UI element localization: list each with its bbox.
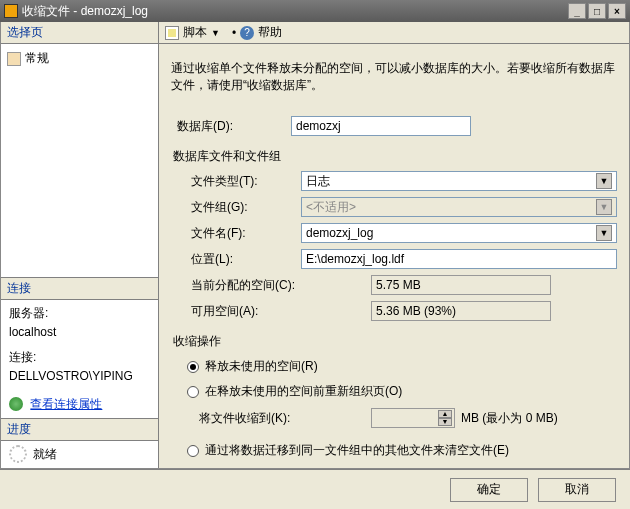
location-label: 位置(L): xyxy=(171,251,301,268)
help-button[interactable]: 帮助 xyxy=(258,24,282,41)
current-space-label: 当前分配的空间(C): xyxy=(171,277,301,294)
connection-icon xyxy=(9,397,23,411)
description-text: 通过收缩单个文件释放未分配的空间，可以减小数据库的大小。若要收缩所有数据库文件，… xyxy=(171,60,617,94)
footer: 确定 取消 xyxy=(0,469,630,509)
connection-header: 连接 xyxy=(1,277,158,300)
cancel-button[interactable]: 取消 xyxy=(538,478,616,502)
filename-label: 文件名(F): xyxy=(171,225,301,242)
location-value: E:\demozxj_log.ldf xyxy=(301,249,617,269)
radio-reorganize-label: 在释放未使用的空间前重新组织页(O) xyxy=(205,383,402,400)
filename-select[interactable]: demozxj_log ▼ xyxy=(301,223,617,243)
script-icon xyxy=(165,26,179,40)
server-label: 服务器: xyxy=(9,304,150,323)
dropdown-icon: ▼ xyxy=(596,173,612,189)
sidebar-item-general[interactable]: 常规 xyxy=(7,48,152,69)
radio-reorganize[interactable] xyxy=(187,386,199,398)
window-title: 收缩文件 - demozxj_log xyxy=(22,3,568,20)
maximize-button[interactable]: □ xyxy=(588,3,606,19)
filegroup-label: 文件组(G): xyxy=(171,199,301,216)
left-panel: 选择页 常规 连接 服务器: localhost 连接: DELLVOSTRO\… xyxy=(1,22,159,468)
minimize-button[interactable]: _ xyxy=(568,3,586,19)
view-connection-props[interactable]: 查看连接属性 xyxy=(9,395,150,414)
title-bar: 收缩文件 - demozxj_log _ □ × xyxy=(0,0,630,22)
radio-release-unused-label: 释放未使用的空间(R) xyxy=(205,358,318,375)
help-icon: ? xyxy=(240,26,254,40)
spin-down-icon: ▼ xyxy=(438,418,452,426)
shrink-action-header: 收缩操作 xyxy=(171,333,617,350)
connection-label: 连接: xyxy=(9,348,150,367)
database-value: demozxj xyxy=(291,116,471,136)
radio-empty-file[interactable] xyxy=(187,445,199,457)
files-group-header: 数据库文件和文件组 xyxy=(171,148,617,165)
page-icon xyxy=(7,52,21,66)
filetype-label: 文件类型(T): xyxy=(171,173,301,190)
shrinkto-suffix: MB (最小为 0 MB) xyxy=(461,410,558,427)
available-space-value: 5.36 MB (93%) xyxy=(371,301,551,321)
filegroup-select: <不适用> ▼ xyxy=(301,197,617,217)
dropdown-icon: ▼ xyxy=(596,225,612,241)
shrinkto-spinner: ▲ ▼ xyxy=(371,408,455,428)
spin-up-icon: ▲ xyxy=(438,410,452,418)
script-dropdown-icon[interactable]: ▼ xyxy=(211,28,220,38)
dropdown-icon: ▼ xyxy=(596,199,612,215)
current-space-value: 5.75 MB xyxy=(371,275,551,295)
radio-empty-file-label: 通过将数据迁移到同一文件组中的其他文件来清空文件(E) xyxy=(205,442,509,459)
filetype-select[interactable]: 日志 ▼ xyxy=(301,171,617,191)
script-button[interactable]: 脚本 xyxy=(183,24,207,41)
progress-spinner-icon xyxy=(9,445,27,463)
content-area: 通过收缩单个文件释放未分配的空间，可以减小数据库的大小。若要收缩所有数据库文件，… xyxy=(159,44,629,468)
server-value: localhost xyxy=(9,323,150,342)
progress-header: 进度 xyxy=(1,418,158,441)
progress-status: 就绪 xyxy=(33,445,57,464)
select-page-header: 选择页 xyxy=(1,22,158,44)
shrinkto-label: 将文件收缩到(K): xyxy=(171,410,311,427)
app-icon xyxy=(4,4,18,18)
sidebar-item-label: 常规 xyxy=(25,50,49,67)
ok-button[interactable]: 确定 xyxy=(450,478,528,502)
radio-release-unused[interactable] xyxy=(187,361,199,373)
connection-value: DELLVOSTRO\YIPING xyxy=(9,367,150,386)
close-button[interactable]: × xyxy=(608,3,626,19)
toolbar: 脚本 ▼ • ? 帮助 xyxy=(159,22,629,44)
view-props-link[interactable]: 查看连接属性 xyxy=(30,397,102,411)
available-space-label: 可用空间(A): xyxy=(171,303,301,320)
database-label: 数据库(D): xyxy=(171,118,291,135)
